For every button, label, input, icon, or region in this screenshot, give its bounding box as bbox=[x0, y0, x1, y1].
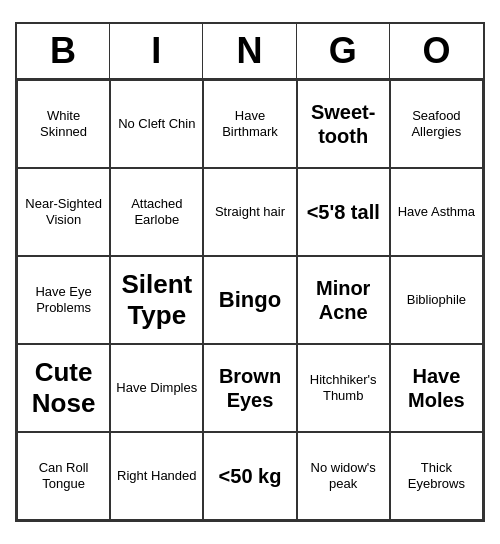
bingo-letter-O: O bbox=[390, 24, 483, 78]
bingo-cell-10[interactable]: Have Eye Problems bbox=[17, 256, 110, 344]
bingo-cell-3[interactable]: Sweet-tooth bbox=[297, 80, 390, 168]
bingo-cell-16[interactable]: Have Dimples bbox=[110, 344, 203, 432]
bingo-card: BINGO White SkinnedNo Cleft ChinHave Bir… bbox=[15, 22, 485, 522]
bingo-cell-15[interactable]: Cute Nose bbox=[17, 344, 110, 432]
bingo-cell-0[interactable]: White Skinned bbox=[17, 80, 110, 168]
bingo-cell-24[interactable]: Thick Eyebrows bbox=[390, 432, 483, 520]
bingo-cell-13[interactable]: Minor Acne bbox=[297, 256, 390, 344]
bingo-cell-17[interactable]: Brown Eyes bbox=[203, 344, 296, 432]
bingo-cell-2[interactable]: Have Birthmark bbox=[203, 80, 296, 168]
bingo-letter-N: N bbox=[203, 24, 296, 78]
bingo-cell-4[interactable]: Seafood Allergies bbox=[390, 80, 483, 168]
bingo-cell-5[interactable]: Near-Sighted Vision bbox=[17, 168, 110, 256]
bingo-cell-20[interactable]: Can Roll Tongue bbox=[17, 432, 110, 520]
bingo-cell-21[interactable]: Right Handed bbox=[110, 432, 203, 520]
bingo-cell-11[interactable]: Silent Type bbox=[110, 256, 203, 344]
bingo-cell-14[interactable]: Bibliophile bbox=[390, 256, 483, 344]
bingo-cell-8[interactable]: <5'8 tall bbox=[297, 168, 390, 256]
bingo-cell-7[interactable]: Straight hair bbox=[203, 168, 296, 256]
bingo-header: BINGO bbox=[17, 24, 483, 80]
bingo-cell-22[interactable]: <50 kg bbox=[203, 432, 296, 520]
bingo-cell-23[interactable]: No widow's peak bbox=[297, 432, 390, 520]
bingo-cell-6[interactable]: Attached Earlobe bbox=[110, 168, 203, 256]
bingo-cell-19[interactable]: Have Moles bbox=[390, 344, 483, 432]
bingo-cell-1[interactable]: No Cleft Chin bbox=[110, 80, 203, 168]
bingo-grid: White SkinnedNo Cleft ChinHave Birthmark… bbox=[17, 80, 483, 520]
bingo-cell-9[interactable]: Have Asthma bbox=[390, 168, 483, 256]
bingo-cell-12[interactable]: Bingo bbox=[203, 256, 296, 344]
bingo-cell-18[interactable]: Hitchhiker's Thumb bbox=[297, 344, 390, 432]
bingo-letter-I: I bbox=[110, 24, 203, 78]
bingo-letter-G: G bbox=[297, 24, 390, 78]
bingo-letter-B: B bbox=[17, 24, 110, 78]
